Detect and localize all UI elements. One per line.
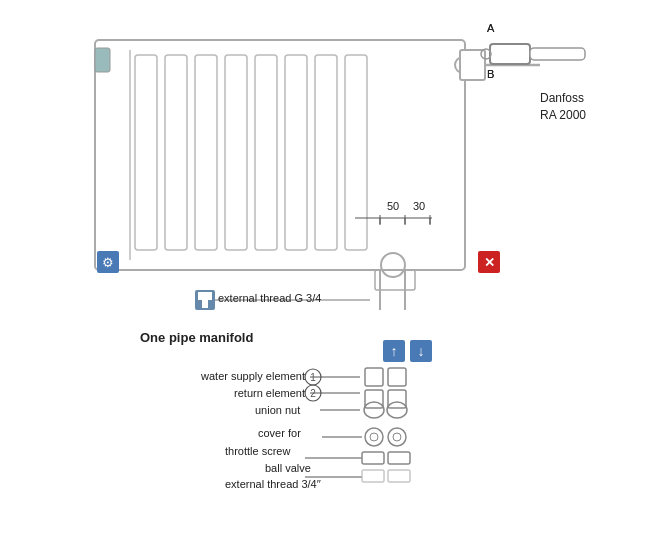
throttle-screw-label: throttle screw [225, 445, 290, 457]
svg-rect-47 [388, 470, 410, 482]
svg-rect-2 [135, 55, 157, 250]
union-nut-label: union nut [255, 404, 300, 416]
svg-rect-58 [478, 251, 500, 273]
svg-rect-3 [165, 55, 187, 250]
ext-thread-34-label: external thread 3/4′′ [225, 478, 321, 490]
svg-point-42 [388, 428, 406, 446]
svg-text:↑: ↑ [391, 343, 398, 359]
svg-text:2: 2 [310, 388, 316, 399]
svg-rect-8 [315, 55, 337, 250]
dim-30-label: 30 [413, 200, 425, 212]
svg-text:✕: ✕ [484, 255, 495, 270]
svg-rect-36 [365, 390, 383, 408]
svg-rect-46 [362, 470, 384, 482]
svg-rect-60 [195, 290, 215, 310]
danfoss-line2: RA 2000 [540, 107, 586, 124]
svg-point-41 [370, 433, 378, 441]
svg-rect-61 [198, 292, 212, 300]
svg-rect-34 [365, 368, 383, 386]
danfoss-line1: Danfoss [540, 90, 586, 107]
svg-point-11 [455, 57, 471, 73]
point-a-text: A [487, 22, 494, 34]
svg-rect-13 [490, 44, 530, 64]
svg-rect-5 [225, 55, 247, 250]
svg-rect-14 [530, 48, 585, 60]
svg-rect-4 [195, 55, 217, 250]
page-container: ↑ ↓ 1 2 ⚙ ✕ A B Danfoss RA 2000 50 30 ex… [0, 0, 670, 550]
danfoss-label: Danfoss RA 2000 [540, 90, 586, 124]
svg-point-40 [365, 428, 383, 446]
svg-rect-48 [383, 340, 405, 362]
external-thread-label: external thread G 3/4 [218, 292, 321, 304]
svg-point-43 [393, 433, 401, 441]
svg-rect-62 [202, 300, 208, 308]
svg-rect-45 [388, 452, 410, 464]
svg-point-38 [364, 402, 384, 418]
svg-rect-56 [97, 251, 119, 273]
svg-rect-6 [255, 55, 277, 250]
svg-point-52 [305, 369, 321, 385]
svg-rect-44 [362, 452, 384, 464]
svg-rect-50 [410, 340, 432, 362]
ball-valve-label: ball valve [265, 462, 311, 474]
svg-point-54 [305, 385, 321, 401]
svg-text:1: 1 [310, 372, 316, 383]
svg-rect-63 [95, 48, 110, 72]
dim-50-label: 50 [387, 200, 399, 212]
svg-rect-37 [388, 390, 406, 408]
water-supply-label: water supply element [175, 370, 305, 382]
cover-for-label: cover for [258, 427, 301, 439]
one-pipe-manifold-label: One pipe manifold [140, 330, 253, 345]
svg-text:⚙: ⚙ [102, 255, 114, 270]
svg-point-18 [381, 253, 405, 277]
svg-text:↓: ↓ [418, 343, 425, 359]
svg-point-39 [387, 402, 407, 418]
svg-rect-19 [375, 270, 415, 290]
svg-rect-0 [95, 40, 465, 270]
point-b-text: B [487, 68, 494, 80]
svg-point-15 [481, 49, 491, 59]
diagram-svg: ↑ ↓ 1 2 ⚙ ✕ [0, 0, 670, 550]
return-element-label: return element [215, 387, 305, 399]
svg-rect-9 [345, 55, 367, 250]
svg-rect-35 [388, 368, 406, 386]
svg-rect-12 [460, 50, 485, 80]
svg-rect-7 [285, 55, 307, 250]
